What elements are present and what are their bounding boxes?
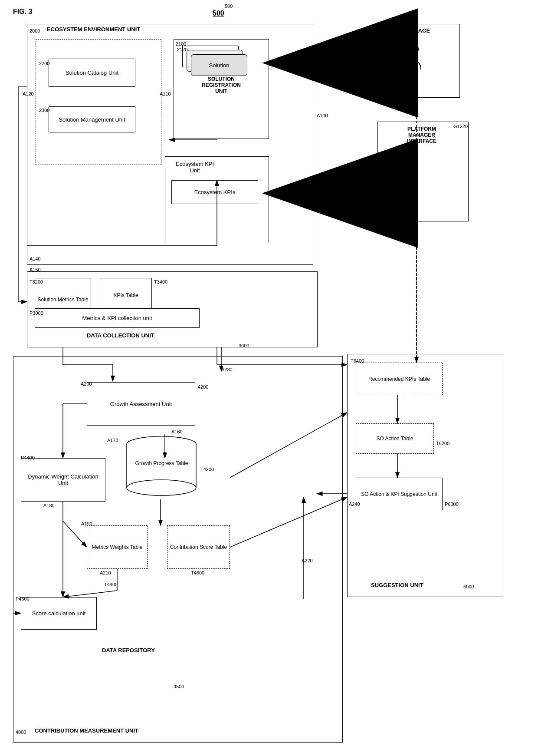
- ref-A130: A130: [320, 206, 331, 211]
- svg-point-4: [402, 162, 404, 164]
- ref-G1100: G1100: [380, 25, 394, 30]
- ref-A160: A160: [171, 429, 183, 434]
- ref-4200: 4200: [198, 384, 208, 390]
- ref-4000: 4000: [16, 730, 26, 735]
- ref-2300: 2300: [39, 108, 49, 113]
- data-repository-label: DATA REPOSITORY: [102, 647, 155, 654]
- ref-2400: 2400: [279, 191, 289, 196]
- svg-point-5: [407, 162, 409, 164]
- so-action-table-box: SO Action Table: [356, 423, 434, 454]
- ref-P6000: P6000: [445, 502, 459, 507]
- score-calculation-box: Score calculation unit: [21, 597, 97, 630]
- ref-A170: A170: [107, 438, 118, 443]
- so-label: SO: [408, 69, 417, 75]
- inner-solutions-container: [36, 39, 161, 165]
- so-interface-label: SO INTERFACE: [388, 27, 430, 34]
- ref-P4400: P4400: [21, 455, 35, 460]
- ref-A210: A210: [100, 570, 111, 575]
- svg-point-3: [400, 158, 412, 170]
- ref-6000: 6000: [463, 584, 474, 589]
- ecosystem-env-label: ECOSYSTEM ENVIRONMENT UNIT: [47, 26, 140, 33]
- growth-progress-cylinder: Growth Progress Table: [124, 436, 200, 499]
- growth-assessment-box: Growth Assessment Unit: [87, 382, 195, 426]
- ref-A180: A180: [43, 503, 55, 508]
- ref-A140: A140: [30, 256, 41, 261]
- ref-T3200: T3200: [30, 279, 43, 284]
- svg-point-2: [414, 47, 416, 49]
- ecosystem-kpis-box: Ecosystem KPIs: [171, 180, 258, 204]
- fig-label: FIG. 3: [13, 8, 32, 16]
- ref-A120: A120: [23, 91, 34, 96]
- kpis-table-box: KPIs Table: [100, 278, 152, 313]
- svg-point-10: [127, 480, 196, 495]
- ref-4500: 4500: [174, 684, 184, 689]
- ref-500: 500: [225, 3, 233, 9]
- ref-T4400: T4400: [104, 582, 118, 587]
- contribution-measurement-label: CONTRIBUTION MEASUREMENT UNIT: [35, 727, 138, 734]
- ref-2120: 2120: [177, 47, 187, 52]
- so-icon: [399, 41, 425, 67]
- ref-P3000: P3000: [30, 310, 43, 316]
- ref-A150: A150: [30, 267, 41, 272]
- data-collection-label: DATA COLLECTION UNIT: [87, 332, 154, 339]
- ref-A240: A240: [349, 502, 360, 507]
- recommended-kpis-box: Recommended KPIs Table: [356, 363, 443, 395]
- ref-3000: 3000: [239, 343, 249, 348]
- ref-A200: A200: [81, 381, 92, 386]
- diagram: FIG. 3 500 500 ECOSYSTEM ENVIRONMENT UNI…: [0, 0, 538, 756]
- ref-2000: 2000: [30, 28, 40, 33]
- platformer-manager-label: PlatformerManager: [383, 189, 409, 202]
- ref-A190: A190: [81, 521, 92, 526]
- ref-T4200: T4200: [200, 467, 214, 472]
- dynamic-weight-box: Dynamic Weight Calculation Unit: [21, 458, 105, 502]
- suggestion-label: SUGGESTION UNIT: [371, 582, 423, 588]
- contribution-score-box: Contribution Score Table: [167, 525, 230, 569]
- ref-T6400: T6400: [351, 358, 364, 363]
- ref-G1200: G1200: [374, 96, 388, 101]
- metrics-weights-box: Metrics Weights Table: [87, 525, 148, 569]
- platform-manager-label: PLATFORMMANAGERINTERFACE: [383, 126, 461, 144]
- svg-point-1: [409, 47, 410, 49]
- solution-box-1: Solution: [191, 54, 247, 76]
- solution-registration-label: SOLUTIONREGISTRATIONUNIT: [180, 76, 262, 94]
- ref-T4600: T4600: [191, 570, 204, 575]
- ref-2200: 2200: [39, 61, 49, 66]
- ref-G1120: G1120: [380, 60, 394, 65]
- ref-P4600: P4600: [16, 596, 30, 601]
- ecosystem-kpi-label: Ecosystem KPIUnit: [176, 161, 214, 174]
- ref-A100: A100: [317, 113, 328, 118]
- so-action-kpi-box: SO Action & KPI Suggestion Unit: [356, 478, 443, 510]
- ref-T6200: T6200: [436, 441, 449, 446]
- solution-catalog-box: Solution Catalog Unit: [49, 59, 135, 87]
- solution-management-box: Solution Management Unit: [49, 106, 135, 132]
- platformer-icon: [393, 156, 419, 182]
- ref-G1220: G1220: [453, 124, 468, 129]
- ref-A110: A110: [160, 91, 171, 96]
- ref-T3400: T3400: [154, 279, 167, 284]
- metrics-kpi-collection-box: Metrics & KPI collection unit: [35, 308, 200, 328]
- main-title: 500: [213, 10, 224, 17]
- svg-point-0: [406, 43, 418, 55]
